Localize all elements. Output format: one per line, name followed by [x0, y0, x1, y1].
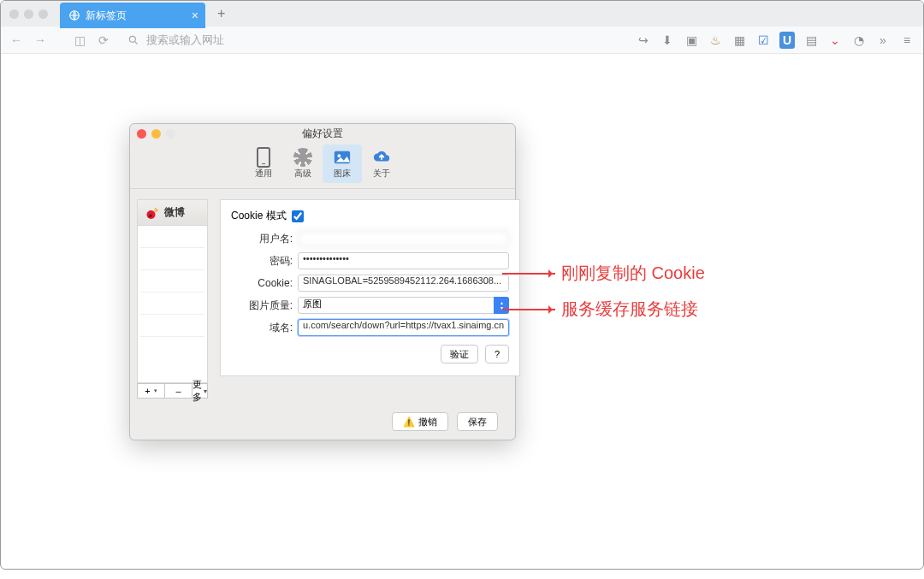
preferences-window: 偏好设置 通用 高级 图床 关于	[129, 123, 516, 440]
camera-icon[interactable]: ▣	[684, 33, 699, 47]
annotation-domain: 服务缓存服务链接	[561, 298, 698, 321]
password-label: 密码:	[231, 254, 293, 269]
menu-icon[interactable]: ≡	[899, 33, 915, 47]
svg-point-1	[129, 36, 135, 42]
sidebar-toggle-icon[interactable]: ◫	[73, 33, 86, 47]
svg-point-7	[150, 215, 151, 216]
add-host-button[interactable]: +	[137, 383, 164, 399]
cookie-label: Cookie:	[231, 277, 293, 289]
sidebar-slot[interactable]	[140, 227, 204, 248]
chevron-updown-icon	[494, 297, 509, 314]
browser-window: 新标签页 × + ← → ◫ ⟳ 搜索或输入网址 ↪ ⬇ ▣ ♨ ▦ ☑ U ▤…	[0, 0, 924, 570]
verify-button[interactable]: 验证	[441, 345, 478, 363]
prefs-toolbar: 通用 高级 图床 关于	[130, 143, 515, 189]
back-icon[interactable]: ←	[9, 33, 23, 47]
annotation-arrow	[502, 273, 555, 275]
url-input[interactable]: 搜索或输入网址	[121, 32, 625, 48]
download-icon[interactable]: ⬇	[660, 33, 675, 47]
nav-bar: ← → ◫ ⟳ 搜索或输入网址 ↪ ⬇ ▣ ♨ ▦ ☑ U ▤ ⌄ ◔ » ≡	[1, 27, 923, 54]
overflow-icon[interactable]: »	[875, 33, 891, 47]
window-controls	[9, 9, 48, 19]
domain-field[interactable]: u.com/search/down?url=https://tvax1.sina…	[298, 319, 509, 336]
tab-bar: 新标签页 × +	[1, 1, 923, 27]
settings-panel: Cookie 模式 用户名: 密码: •••••••••••••• Cookie…	[220, 199, 520, 376]
tab-about[interactable]: 关于	[362, 145, 401, 183]
search-icon	[127, 34, 139, 46]
username-field[interactable]	[298, 230, 509, 247]
undo-button[interactable]: ⚠️撤销	[392, 412, 448, 431]
annotation-cookie: 刚刚复制的 Cookie	[561, 262, 705, 285]
close-window-icon[interactable]	[9, 9, 19, 19]
cloud-icon	[372, 148, 391, 167]
ublock-icon[interactable]: U	[779, 32, 795, 49]
shield-icon[interactable]: ◔	[851, 33, 867, 47]
cookie-field[interactable]: SINAGLOBAL=5259589452112.264.1686308...	[298, 275, 509, 292]
tab-title: 新标签页	[86, 9, 127, 23]
cookie-mode-checkbox[interactable]	[292, 210, 304, 222]
forward-icon[interactable]: →	[33, 33, 47, 47]
prefs-titlebar: 偏好设置	[130, 124, 515, 143]
tab-general[interactable]: 通用	[244, 145, 283, 183]
password-field[interactable]: ••••••••••••••	[298, 252, 509, 269]
prefs-close-icon[interactable]	[137, 129, 146, 139]
pocket-icon[interactable]: ⌄	[827, 33, 843, 47]
quality-select[interactable]: 原图	[298, 297, 509, 314]
share-icon[interactable]: ↪	[636, 33, 651, 47]
flame-icon[interactable]: ♨	[708, 33, 723, 47]
browser-tab[interactable]: 新标签页 ×	[60, 3, 205, 28]
svg-line-2	[135, 41, 138, 44]
sidebar-slot[interactable]	[140, 272, 204, 292]
svg-point-6	[149, 214, 151, 216]
prefs-minimize-icon[interactable]	[151, 129, 161, 139]
tab-imagebed[interactable]: 图床	[323, 145, 362, 183]
tab-advanced[interactable]: 高级	[283, 145, 323, 183]
prefs-title: 偏好设置	[302, 127, 343, 141]
tab-close-icon[interactable]: ×	[192, 9, 198, 22]
more-hosts-button[interactable]: 更多	[192, 383, 208, 399]
domain-label: 域名:	[231, 321, 293, 335]
quality-label: 图片质量:	[231, 298, 293, 313]
warning-icon: ⚠️	[403, 417, 415, 428]
globe-icon	[68, 9, 80, 21]
minimize-window-icon[interactable]	[24, 9, 33, 19]
remove-host-button[interactable]: –	[164, 383, 192, 399]
save-button[interactable]: 保存	[457, 412, 498, 431]
new-tab-button[interactable]: +	[212, 6, 230, 21]
sidebar-slot[interactable]	[140, 294, 204, 315]
sidebar-slot[interactable]	[140, 250, 204, 270]
check-icon[interactable]: ☑	[755, 33, 771, 47]
prefs-maximize-icon[interactable]	[166, 129, 175, 139]
annotation-arrow	[502, 309, 555, 310]
toolbar-right-icons: ↪ ⬇ ▣ ♨ ▦ ☑ U ▤ ⌄ ◔ » ≡	[636, 32, 915, 49]
grid-icon[interactable]: ▦	[732, 33, 747, 47]
sidebar-item-weibo[interactable]: 微博	[138, 200, 207, 226]
username-label: 用户名:	[231, 232, 293, 246]
picture-icon	[333, 148, 352, 167]
sidebar-slot[interactable]	[140, 316, 204, 337]
cookie-mode-label: Cookie 模式	[231, 209, 287, 223]
weibo-icon	[145, 206, 159, 220]
phone-icon	[257, 147, 270, 168]
gear-icon	[293, 148, 312, 167]
help-button[interactable]: ?	[485, 345, 509, 363]
reload-icon[interactable]: ⟳	[97, 33, 110, 47]
prefs-footer: ⚠️撤销 保存	[130, 405, 515, 440]
note-icon[interactable]: ▤	[803, 33, 819, 47]
sidebar-slot[interactable]	[140, 339, 204, 359]
svg-point-4	[338, 154, 341, 157]
maximize-window-icon[interactable]	[38, 9, 48, 19]
imagebed-sidebar: 微博 + – 更多	[137, 199, 208, 399]
url-placeholder: 搜索或输入网址	[146, 32, 224, 48]
